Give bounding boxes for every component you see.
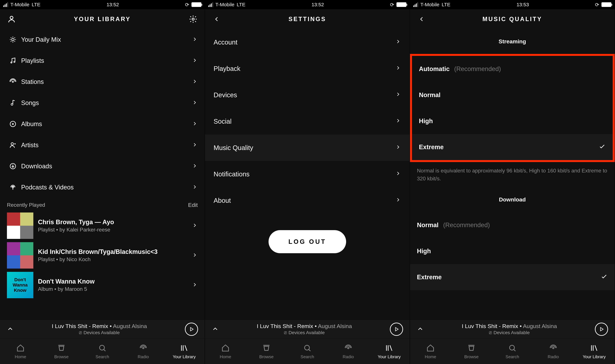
chevron-right-icon <box>192 142 198 148</box>
streaming-section-title: Streaming <box>410 29 615 54</box>
edit-button[interactable]: Edit <box>188 202 198 208</box>
person-icon <box>7 142 19 149</box>
battery-icon <box>396 2 406 7</box>
tab-your-library[interactable]: Your Library <box>574 339 615 364</box>
chevron-up-icon[interactable] <box>7 325 14 333</box>
podcast-icon <box>7 184 19 191</box>
library-item-artists[interactable]: Artists <box>0 134 205 156</box>
signal-icon <box>413 2 418 7</box>
settings-item-social[interactable]: Social <box>205 108 410 134</box>
tab-home[interactable]: Home <box>0 339 41 364</box>
page-title: MUSIC QUALITY <box>426 16 598 23</box>
tab-search[interactable]: Search <box>82 339 123 364</box>
svg-point-17 <box>509 345 514 350</box>
orientation-lock-icon: ⟳ <box>185 2 189 8</box>
chevron-right-icon <box>192 184 198 191</box>
now-playing-bar[interactable]: I Luv This Shit - Remix • August Alsina … <box>205 320 410 338</box>
settings-item-devices[interactable]: Devices <box>205 82 410 108</box>
recent-item[interactable]: Chris Brown, Tyga — Ayo Playlist • by Ka… <box>0 211 205 241</box>
library-item-your-daily-mix[interactable]: Your Daily Mix <box>0 29 205 50</box>
broadcast-icon <box>7 78 19 85</box>
tab-search[interactable]: Search <box>287 339 328 364</box>
tab-icon <box>344 343 352 353</box>
settings-item-account[interactable]: Account <box>205 29 410 55</box>
settings-icon[interactable] <box>188 14 198 24</box>
tab-radio[interactable]: Radio <box>328 339 369 364</box>
quality-option-normal[interactable]: Normal <box>412 82 613 108</box>
tab-radio[interactable]: Radio <box>123 339 164 364</box>
back-button[interactable] <box>212 14 221 24</box>
play-button[interactable] <box>595 323 608 336</box>
chevron-right-icon <box>192 121 198 127</box>
tab-browse[interactable]: Browse <box>451 339 492 364</box>
profile-icon[interactable] <box>7 14 16 24</box>
tab-your-library[interactable]: Your Library <box>369 339 410 364</box>
chevron-up-icon[interactable] <box>417 325 424 333</box>
svg-point-12 <box>12 187 13 188</box>
chevron-right-icon <box>395 144 401 152</box>
library-item-podcasts-videos[interactable]: Podcasts & Videos <box>0 177 205 198</box>
chevron-right-icon <box>395 197 401 204</box>
chevron-right-icon <box>395 170 401 178</box>
network: LTE <box>32 2 41 7</box>
tab-browse[interactable]: Browse <box>246 339 287 364</box>
sun-icon <box>7 36 19 43</box>
play-button[interactable] <box>185 323 198 336</box>
check-icon <box>601 273 608 282</box>
back-button[interactable] <box>417 14 426 24</box>
svg-point-16 <box>348 347 349 349</box>
status-bar: T-Mobile LTE 13:52 ⟳ <box>205 0 410 9</box>
recent-item[interactable]: Kid Ink/Chris Brown/Tyga/Blackmusic<3 Pl… <box>0 241 205 270</box>
library-item-stations[interactable]: Stations <box>0 71 205 92</box>
tab-bar: Home Browse Search Radio Your Library <box>0 338 205 364</box>
chevron-right-icon <box>395 91 401 99</box>
tab-home[interactable]: Home <box>410 339 451 364</box>
now-playing-bar[interactable]: I Luv This Shit - Remix • August Alsina … <box>410 320 615 338</box>
logout-button[interactable]: LOG OUT <box>269 230 346 253</box>
tab-home[interactable]: Home <box>205 339 246 364</box>
quality-option-extreme[interactable]: Extreme <box>412 134 613 160</box>
disc-icon <box>7 120 19 128</box>
svg-point-9 <box>11 143 14 145</box>
recent-item[interactable]: Don'tWannaKnow Don't Wanna Know Album • … <box>0 270 205 300</box>
tab-browse[interactable]: Browse <box>41 339 82 364</box>
svg-point-5 <box>12 81 13 82</box>
album-thumbnail: Don'tWannaKnow <box>7 272 33 298</box>
quality-option-normal[interactable]: Normal (Recommended) <box>410 212 615 238</box>
chevron-up-icon[interactable] <box>212 325 219 333</box>
orientation-lock-icon: ⟳ <box>390 2 394 8</box>
devices-icon: ⎚ <box>489 330 492 335</box>
music-note-icon <box>7 57 19 64</box>
now-playing-bar[interactable]: I Luv This Shit - Remix • August Alsina … <box>0 320 205 338</box>
highlight-box: Automatic (Recommended) Normal High Extr… <box>410 54 615 162</box>
tab-your-library[interactable]: Your Library <box>164 339 205 364</box>
tab-icon <box>467 343 476 353</box>
tab-search[interactable]: Search <box>492 339 533 364</box>
library-item-songs[interactable]: Songs <box>0 92 205 113</box>
tab-icon <box>385 343 393 353</box>
tab-icon <box>98 343 107 353</box>
quality-option-extreme[interactable]: Extreme <box>410 264 615 290</box>
tab-icon <box>221 343 230 353</box>
settings-item-notifications[interactable]: Notifications <box>205 161 410 187</box>
quality-option-automatic[interactable]: Automatic (Recommended) <box>412 56 613 82</box>
status-bar: T-Mobile LTE 13:53 ⟳ <box>410 0 615 9</box>
library-item-playlists[interactable]: Playlists <box>0 50 205 71</box>
tab-radio[interactable]: Radio <box>533 339 574 364</box>
tab-icon <box>16 343 25 353</box>
quality-footnote: Normal is equivalent to approximately 96… <box>410 162 615 187</box>
chevron-right-icon <box>192 163 198 169</box>
quality-option-high[interactable]: High <box>412 108 613 134</box>
svg-point-0 <box>10 16 13 19</box>
settings-item-about[interactable]: About <box>205 187 410 214</box>
screen-library: T-Mobile LTE 13:52 ⟳ YOUR LIBRARY Your D… <box>0 0 205 364</box>
settings-item-playback[interactable]: Playback <box>205 55 410 82</box>
download-section-title: Download <box>410 187 615 212</box>
library-item-albums[interactable]: Albums <box>0 113 205 134</box>
tab-icon <box>549 343 557 353</box>
settings-item-music-quality[interactable]: Music Quality <box>205 134 410 161</box>
play-button[interactable] <box>390 323 403 336</box>
library-item-downloads[interactable]: Downloads <box>0 156 205 177</box>
quality-option-high[interactable]: High <box>410 238 615 264</box>
chevron-right-icon <box>192 57 198 64</box>
